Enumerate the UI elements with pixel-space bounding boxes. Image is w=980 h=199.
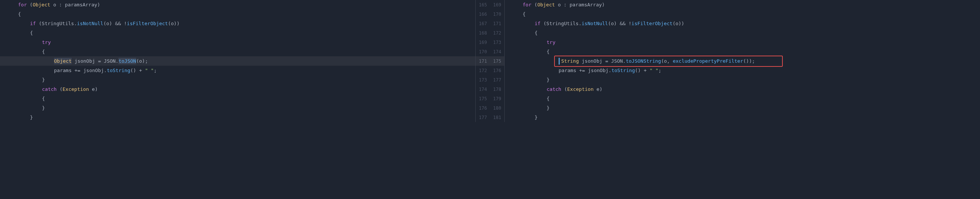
gutter-row[interactable]: 167171	[476, 19, 504, 28]
code-line[interactable]: }	[504, 103, 980, 112]
code-line[interactable]: {	[504, 10, 980, 19]
diff-view: for (Object o : paramsArray) { if (Strin…	[0, 0, 980, 122]
gutter-row[interactable]: 177181	[476, 112, 504, 122]
code-line-added[interactable]: String jsonObj = JSON.toJSONString(o, ex…	[504, 56, 980, 66]
gutter-row[interactable]: 165169	[476, 0, 504, 10]
code-line[interactable]: try	[0, 37, 476, 47]
code-line[interactable]: {	[504, 47, 980, 56]
code-line[interactable]: {	[504, 28, 980, 37]
diff-right-pane[interactable]: for (Object o : paramsArray) { if (Strin…	[504, 0, 980, 122]
type-object: Object	[33, 2, 50, 8]
code-line-deleted[interactable]: Object jsonObj = JSON.toJSON(o);	[0, 56, 476, 66]
code-line[interactable]: }	[0, 112, 476, 122]
code-line[interactable]: for (Object o : paramsArray)	[504, 0, 980, 10]
code-line[interactable]: for (Object o : paramsArray)	[0, 0, 476, 10]
gutter-row[interactable]: 176180	[476, 103, 504, 112]
code-line[interactable]: {	[504, 94, 980, 103]
code-line[interactable]: {	[0, 10, 476, 19]
code-line[interactable]: }	[0, 75, 476, 85]
code-line[interactable]: {	[0, 28, 476, 37]
keyword-for: for	[18, 2, 27, 8]
diff-gutter: 165169 166170 167171 168172 169173 17017…	[476, 0, 504, 122]
gutter-row[interactable]: 172176	[476, 66, 504, 75]
gutter-row[interactable]: 169173	[476, 37, 504, 47]
code-line[interactable]: }	[0, 103, 476, 112]
gutter-row[interactable]: 168172	[476, 28, 504, 37]
gutter-row[interactable]: 173177	[476, 75, 504, 85]
diff-left-pane[interactable]: for (Object o : paramsArray) { if (Strin…	[0, 0, 476, 122]
code-line[interactable]: }	[504, 75, 980, 85]
code-line[interactable]: if (StringUtils.isNotNull(o) && !isFilte…	[504, 19, 980, 28]
gutter-row[interactable]: 170174	[476, 47, 504, 56]
code-line[interactable]: try	[504, 37, 980, 47]
change-marker-icon	[558, 58, 560, 64]
gutter-row[interactable]: 166170	[476, 10, 504, 19]
code-line[interactable]: params += jsonObj.toString() + " ";	[0, 66, 476, 75]
code-line[interactable]: catch (Exception e)	[504, 85, 980, 94]
gutter-row[interactable]: 175179	[476, 94, 504, 103]
gutter-row[interactable]: 174178	[476, 85, 504, 94]
gutter-row-changed[interactable]: 171175	[476, 56, 504, 66]
code-line[interactable]: {	[0, 47, 476, 56]
code-line[interactable]: catch (Exception e)	[0, 85, 476, 94]
code-line[interactable]: }	[504, 112, 980, 122]
code-line[interactable]: params += jsonObj.toString() + " ";	[504, 66, 980, 75]
code-line[interactable]: if (StringUtils.isNotNull(o) && !isFilte…	[0, 19, 476, 28]
code-line[interactable]: {	[0, 94, 476, 103]
